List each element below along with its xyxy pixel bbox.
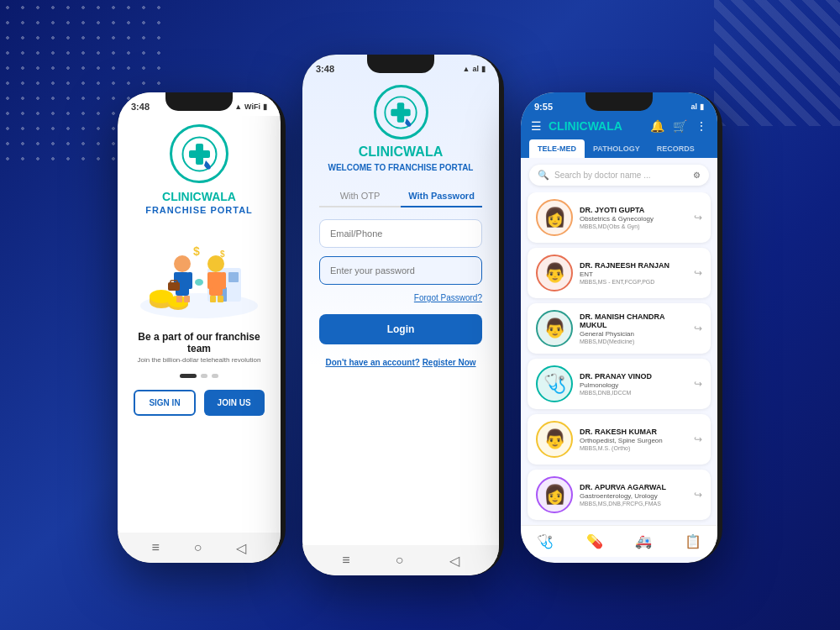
doctor-avatar: 👩 bbox=[536, 476, 573, 513]
phone-doctors: 9:55 al ▮ ☰ CLINICWALA 🔔 🛒 ⋮ bbox=[521, 92, 722, 563]
svg-rect-25 bbox=[210, 296, 216, 302]
tab-password[interactable]: With Password bbox=[401, 186, 482, 207]
register-text: Don't have an account? Register Now bbox=[325, 358, 475, 367]
signin-button[interactable]: SIGN IN bbox=[134, 390, 195, 416]
doctor-specialty: Gastroenterology, Urology bbox=[580, 492, 687, 500]
doctor-card[interactable]: 🩺 DR. PRANAY VINOD Pulmonology MBBS,DNB,… bbox=[528, 359, 711, 409]
cart-icon[interactable]: 🛒 bbox=[673, 119, 687, 133]
svg-rect-11 bbox=[228, 272, 239, 282]
menu-icon-2[interactable]: ≡ bbox=[342, 553, 349, 568]
doctor-info: DR. RAJNEESH RANJAN ENT MBBS,MS - ENT,FC… bbox=[580, 261, 687, 285]
dots-indicator bbox=[180, 374, 218, 378]
doctor-qualification: MBBS,MS - ENT,FCGP,PGD bbox=[580, 279, 687, 285]
doctor-card[interactable]: 👨 DR. RAKESH KUMAR Orthopedist, Spine Su… bbox=[528, 414, 711, 465]
doctor-info: DR. MANISH CHANDRA MUKUL General Physici… bbox=[580, 312, 687, 344]
svg-rect-18 bbox=[184, 296, 190, 302]
notch-3 bbox=[585, 92, 653, 111]
svg-rect-17 bbox=[176, 296, 182, 302]
doctor-specialty: Pulmonology bbox=[580, 381, 687, 389]
ambulance-icon[interactable]: 🚑 bbox=[635, 533, 652, 549]
tab-otp[interactable]: With OTP bbox=[319, 186, 401, 206]
svg-rect-23 bbox=[207, 272, 213, 289]
doctor-arrow-icon[interactable]: ↪ bbox=[694, 378, 702, 390]
doctor-card[interactable]: 👩 DR. JYOTI GUPTA Obstetrics & Gynecolog… bbox=[528, 192, 711, 243]
doctor-info: DR. APURVA AGARWAL Gastroenterology, Uro… bbox=[580, 483, 687, 507]
svg-rect-16 bbox=[187, 272, 192, 289]
home-icon-1[interactable]: ○ bbox=[194, 540, 202, 555]
login-button[interactable]: Login bbox=[319, 314, 482, 344]
home-icon-2[interactable]: ○ bbox=[396, 553, 404, 568]
welcome-text: WELCOME TO FRANCHISE PORTAL bbox=[328, 163, 474, 172]
dot-2 bbox=[201, 374, 207, 378]
status-icons-2: ▲ al ▮ bbox=[463, 65, 486, 73]
clinic-name-login: CLINICWALA bbox=[359, 144, 443, 160]
doctor-avatar: 👨 bbox=[536, 255, 573, 291]
svg-point-13 bbox=[174, 255, 191, 272]
splash-buttons: SIGN IN JOIN US bbox=[134, 390, 264, 416]
doctor-name: DR. RAJNEESH RANJAN bbox=[580, 261, 687, 270]
login-tab-bar: With OTP With Password bbox=[319, 186, 482, 207]
doctor-arrow-icon[interactable]: ↪ bbox=[694, 212, 702, 223]
svg-rect-2 bbox=[189, 150, 210, 158]
doctor-avatar: 👨 bbox=[536, 310, 573, 347]
doctor-avatar: 👨 bbox=[536, 421, 573, 458]
header-left: ☰ CLINICWALA bbox=[531, 119, 622, 133]
status-icons-3: al ▮ bbox=[690, 102, 704, 111]
forgot-password-link[interactable]: Forgot Password? bbox=[414, 293, 482, 302]
pills-icon[interactable]: 💊 bbox=[586, 533, 603, 549]
join-button[interactable]: JOIN US bbox=[204, 390, 265, 416]
tab-records[interactable]: RECORDS bbox=[648, 139, 703, 158]
svg-rect-26 bbox=[218, 296, 223, 302]
doctor-arrow-icon[interactable]: ↪ bbox=[694, 323, 702, 334]
svg-text:$: $ bbox=[220, 249, 225, 259]
doctor-name: DR. PRANAY VINOD bbox=[580, 372, 687, 381]
password-input[interactable] bbox=[319, 256, 482, 285]
phones-container: 3:48 ▲ WiFi ▮ CLINICWALA bbox=[118, 55, 722, 575]
hamburger-icon[interactable]: ☰ bbox=[531, 119, 542, 133]
menu-icon-1[interactable]: ≡ bbox=[151, 540, 159, 555]
notch-1 bbox=[165, 92, 233, 111]
splash-content: CLINICWALA FRANCHISE PORTAL bbox=[118, 116, 281, 533]
phone-splash: 3:48 ▲ WiFi ▮ CLINICWALA bbox=[118, 92, 286, 563]
doctor-specialty: Obstetrics & Gynecology bbox=[580, 215, 687, 223]
header-right: 🔔 🛒 ⋮ bbox=[650, 119, 707, 133]
franchise-label-splash: FRANCHISE PORTAL bbox=[145, 205, 253, 215]
stethoscope-icon[interactable]: 🩺 bbox=[537, 533, 554, 549]
notch-2 bbox=[367, 55, 434, 73]
search-icon: 🔍 bbox=[538, 170, 549, 181]
tab-telemed[interactable]: TELE-MED bbox=[529, 139, 585, 158]
more-icon[interactable]: ⋮ bbox=[696, 119, 707, 133]
doctor-avatar: 👩 bbox=[536, 199, 573, 236]
logo-svg-1 bbox=[181, 135, 218, 173]
svg-text:$: $ bbox=[193, 244, 200, 258]
doctor-specialty: General Physician bbox=[580, 330, 687, 338]
document-icon[interactable]: 📋 bbox=[685, 533, 701, 549]
doctor-arrow-icon[interactable]: ↪ bbox=[694, 267, 702, 279]
doctor-card[interactable]: 👩 DR. APURVA AGARWAL Gastroenterology, U… bbox=[528, 470, 711, 520]
doctor-card[interactable]: 👨 DR. RAJNEESH RANJAN ENT MBBS,MS - ENT,… bbox=[528, 248, 711, 298]
search-placeholder-text: Search by doctor name ... bbox=[554, 171, 688, 180]
logo-svg-2 bbox=[383, 95, 418, 130]
doctor-name: DR. RAKESH KUMAR bbox=[580, 428, 687, 436]
logo-circle-2 bbox=[374, 85, 428, 139]
tab-pathology[interactable]: PATHOLOGY bbox=[585, 139, 648, 158]
app-logo-text: CLINICWALA bbox=[549, 119, 622, 133]
doctor-arrow-icon[interactable]: ↪ bbox=[694, 433, 702, 445]
doctor-qualification: MBBS,M.S. (Ortho) bbox=[580, 445, 687, 451]
email-phone-input[interactable] bbox=[319, 219, 482, 248]
search-bar[interactable]: 🔍 Search by doctor name ... ⚙ bbox=[529, 165, 709, 186]
app-tabs-row: TELE-MED PATHOLOGY RECORDS bbox=[521, 139, 717, 158]
sub-tagline-splash: Join the billion-dollar telehealth revol… bbox=[138, 356, 261, 364]
bell-icon[interactable]: 🔔 bbox=[650, 119, 664, 133]
doctor-card[interactable]: 👨 DR. MANISH CHANDRA MUKUL General Physi… bbox=[528, 303, 711, 354]
doctors-list: 👩 DR. JYOTI GUPTA Obstetrics & Gynecolog… bbox=[521, 192, 717, 525]
doctor-name: DR. JYOTI GUPTA bbox=[580, 206, 687, 214]
back-icon-1[interactable]: ◁ bbox=[236, 540, 246, 556]
filter-icon[interactable]: ⚙ bbox=[693, 171, 701, 180]
dot-3 bbox=[212, 374, 218, 378]
svg-point-27 bbox=[195, 279, 203, 286]
doctor-info: DR. PRANAY VINOD Pulmonology MBBS,DNB,ID… bbox=[580, 372, 687, 396]
back-icon-2[interactable]: ◁ bbox=[449, 553, 459, 569]
doctor-avatar: 🩺 bbox=[536, 365, 573, 402]
doctor-arrow-icon[interactable]: ↪ bbox=[694, 489, 702, 501]
